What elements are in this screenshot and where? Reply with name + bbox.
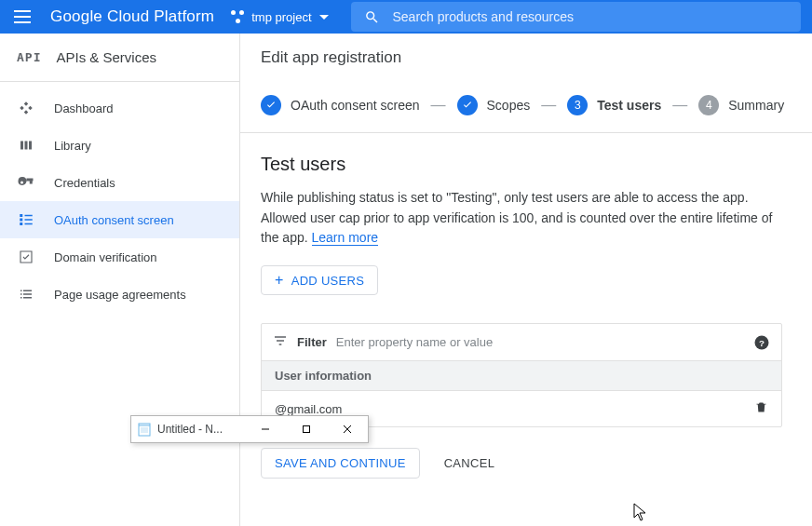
filter-input[interactable] xyxy=(336,335,744,349)
page-title: Edit app registration xyxy=(261,48,401,67)
cancel-button[interactable]: CANCEL xyxy=(444,456,495,470)
delete-user-button[interactable] xyxy=(754,400,768,417)
main-header: Edit app registration xyxy=(240,34,812,82)
minimize-button[interactable] xyxy=(245,416,286,442)
app-bar: Google Cloud Platform tmp project xyxy=(0,0,812,34)
step-number-badge: 4 xyxy=(698,95,719,115)
key-icon xyxy=(17,174,35,191)
sidebar-item-label: Library xyxy=(54,139,91,153)
project-selector[interactable]: tmp project xyxy=(231,10,328,24)
sidebar-item-label: Domain verification xyxy=(54,250,157,264)
project-name: tmp project xyxy=(251,10,311,24)
step-label: OAuth consent screen xyxy=(291,98,420,113)
sidebar-logo: API xyxy=(17,50,41,64)
hamburger-menu-icon[interactable] xyxy=(11,6,34,28)
step-test-users[interactable]: 3 Test users xyxy=(567,95,661,115)
step-label: Test users xyxy=(597,98,661,113)
sidebar-title: APIs & Services xyxy=(56,49,156,65)
step-check-icon xyxy=(261,95,281,115)
sidebar-item-oauth-consent[interactable]: OAuth consent screen xyxy=(0,201,239,238)
step-connector: — xyxy=(541,97,556,114)
consent-icon xyxy=(17,211,35,228)
help-icon[interactable]: ? xyxy=(753,334,770,351)
step-label: Scopes xyxy=(487,98,531,113)
sidebar-header: API APIs & Services xyxy=(0,34,239,82)
main: Edit app registration OAuth consent scre… xyxy=(240,34,812,526)
search-input[interactable] xyxy=(393,9,789,24)
sidebar-item-label: Dashboard xyxy=(54,101,114,115)
search-icon xyxy=(364,9,380,25)
notepad-window[interactable]: Untitled - N... xyxy=(130,415,369,443)
filter-label: Filter xyxy=(297,335,327,349)
close-button[interactable] xyxy=(327,416,368,442)
caret-down-icon xyxy=(319,15,329,20)
maximize-button[interactable] xyxy=(286,416,327,442)
library-icon xyxy=(17,137,35,154)
step-scopes[interactable]: Scopes xyxy=(457,95,531,115)
step-connector: — xyxy=(431,97,446,114)
sidebar-item-library[interactable]: Library xyxy=(0,127,239,164)
section-description: While publishing status is set to "Testi… xyxy=(261,188,782,249)
form-actions: SAVE AND CONTINUE CANCEL xyxy=(261,448,792,479)
add-users-button[interactable]: + ADD USERS xyxy=(261,265,378,295)
save-and-continue-button[interactable]: SAVE AND CONTINUE xyxy=(261,448,420,479)
plus-icon: + xyxy=(275,273,284,288)
filter-icon xyxy=(273,333,288,351)
users-table: Filter ? User information @gmail.com xyxy=(261,323,782,427)
svg-text:?: ? xyxy=(759,337,765,347)
stepper: OAuth consent screen — Scopes — 3 Test u… xyxy=(240,82,812,133)
step-summary[interactable]: 4 Summary xyxy=(698,95,784,115)
step-label: Summary xyxy=(728,98,784,113)
bullets-icon xyxy=(17,286,35,303)
sidebar-item-credentials[interactable]: Credentials xyxy=(0,164,239,201)
sidebar-list: Dashboard Library Credentials OAuth cons… xyxy=(0,82,239,320)
check-square-icon xyxy=(17,249,35,265)
sidebar: API APIs & Services Dashboard Library Cr… xyxy=(0,34,240,526)
sidebar-item-label: Credentials xyxy=(54,176,115,190)
notepad-icon xyxy=(137,422,152,437)
step-connector: — xyxy=(672,97,687,114)
step-number-badge: 3 xyxy=(567,95,588,115)
table-header: User information xyxy=(262,360,781,391)
filter-row: Filter ? xyxy=(262,324,781,360)
content: Test users While publishing status is se… xyxy=(240,133,812,499)
brand-text: Google Cloud Platform xyxy=(50,7,214,26)
learn-more-link[interactable]: Learn more xyxy=(312,230,379,246)
add-users-label: ADD USERS xyxy=(291,274,365,288)
notepad-title: Untitled - N... xyxy=(157,423,245,436)
project-icon xyxy=(231,10,244,23)
step-oauth-consent[interactable]: OAuth consent screen xyxy=(261,95,420,115)
layout: API APIs & Services Dashboard Library Cr… xyxy=(0,34,812,526)
diamond-icon xyxy=(17,100,35,116)
sidebar-item-page-usage[interactable]: Page usage agreements xyxy=(0,276,239,313)
window-buttons xyxy=(245,416,368,442)
step-check-icon xyxy=(457,95,478,115)
sidebar-item-dashboard[interactable]: Dashboard xyxy=(0,89,239,127)
section-title: Test users xyxy=(261,154,792,175)
sidebar-item-label: OAuth consent screen xyxy=(54,213,174,227)
sidebar-item-domain-verification[interactable]: Domain verification xyxy=(0,238,239,276)
svg-rect-8 xyxy=(304,426,310,433)
user-email: @gmail.com xyxy=(275,402,754,416)
search-bar[interactable] xyxy=(351,2,802,32)
sidebar-item-label: Page usage agreements xyxy=(54,288,186,302)
